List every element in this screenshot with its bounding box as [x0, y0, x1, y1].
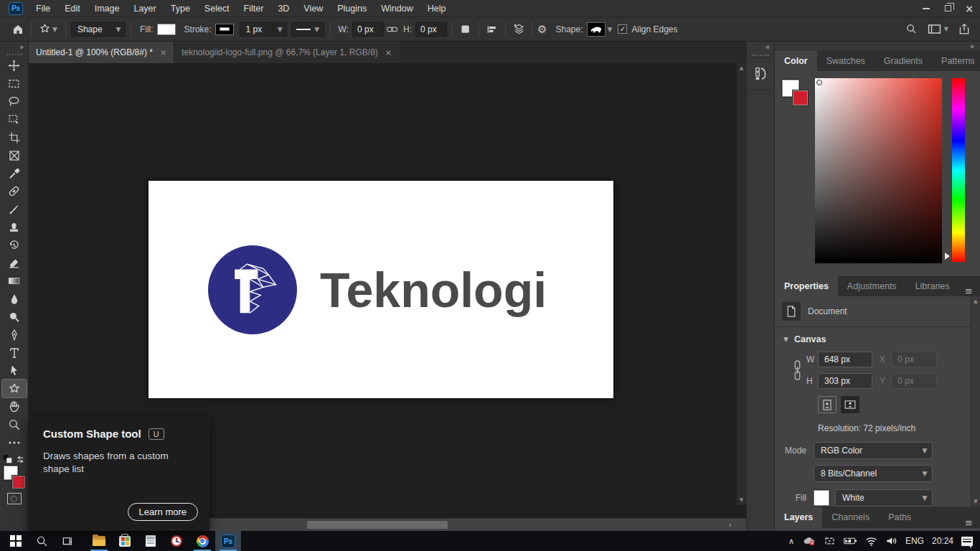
panel-menu-icon[interactable]: ≡	[965, 517, 980, 528]
chevron-down-icon[interactable]: ▼	[52, 26, 57, 33]
photoshop-taskbar-button[interactable]: Ps	[215, 531, 241, 551]
close-button[interactable]: ×	[958, 0, 980, 17]
canvas-section-header[interactable]: ▼ Canvas	[775, 327, 980, 349]
hue-slider[interactable]	[952, 78, 965, 262]
wifi-status-icon[interactable]	[865, 537, 877, 546]
menu-edit[interactable]: Edit	[57, 0, 88, 17]
dock-collapse-icon[interactable]: »	[775, 42, 980, 51]
media-player-button[interactable]	[164, 531, 189, 551]
tab-channels[interactable]: Channels	[822, 507, 879, 528]
scroll-up-icon[interactable]: ▲	[740, 65, 743, 71]
search-icon[interactable]	[905, 23, 918, 35]
foreground-background-colors[interactable]	[4, 466, 25, 489]
tab-libraries[interactable]: Libraries	[906, 276, 959, 296]
type-tool[interactable]	[2, 344, 27, 362]
dodge-tool[interactable]	[2, 308, 27, 326]
color-panel-swatches[interactable]	[782, 80, 808, 105]
path-arrangement-icon[interactable]	[511, 22, 527, 37]
menu-view[interactable]: View	[296, 0, 330, 17]
tool-preset-icon[interactable]	[37, 22, 52, 37]
onedrive-status-icon[interactable]	[802, 536, 816, 546]
canvas-height-input[interactable]: 303 px	[818, 373, 872, 389]
tab-adjustments[interactable]: Adjustments	[838, 276, 906, 296]
frame-tool[interactable]	[2, 146, 27, 164]
path-alignment-icon[interactable]	[484, 22, 500, 37]
brush-tool[interactable]	[2, 200, 27, 218]
history-panel-button[interactable]	[747, 57, 776, 90]
scroll-up-icon[interactable]: ▲	[974, 298, 977, 304]
background-color-swatch[interactable]	[12, 476, 25, 489]
height-input[interactable]: 0 px	[415, 22, 447, 37]
stroke-style-select[interactable]: ▼	[291, 22, 324, 37]
tray-expand-icon[interactable]: ∧	[788, 537, 794, 546]
width-input[interactable]: 0 px	[352, 22, 384, 37]
blur-tool[interactable]	[2, 290, 27, 308]
rectangular-marquee-tool[interactable]	[2, 75, 27, 93]
chevron-down-icon[interactable]: ▼	[608, 26, 613, 33]
crop-tool[interactable]	[2, 128, 27, 146]
quick-mask-button[interactable]	[7, 493, 22, 504]
hand-tool[interactable]	[2, 397, 27, 415]
start-button[interactable]	[3, 531, 29, 551]
share-icon[interactable]	[958, 23, 970, 35]
menu-type[interactable]: Type	[164, 0, 197, 17]
hue-slider-arrow[interactable]	[945, 253, 950, 260]
eyedropper-tool[interactable]	[2, 164, 27, 182]
menu-plugins[interactable]: Plugins	[330, 0, 374, 17]
notepad-button[interactable]	[138, 531, 164, 551]
canvas-width-input[interactable]: 648 px	[818, 352, 872, 367]
vertical-scrollbar[interactable]: ▲ ▼	[736, 63, 746, 505]
menu-3d[interactable]: 3D	[270, 0, 296, 17]
fill-swatch[interactable]	[157, 24, 176, 35]
gear-icon[interactable]: ⚙	[537, 23, 547, 36]
gradient-tool[interactable]	[2, 272, 27, 290]
restore-button[interactable]	[937, 0, 958, 17]
document-canvas[interactable]: Teknologi	[149, 181, 613, 398]
canvas-fill-swatch[interactable]	[814, 490, 829, 506]
panel-expand-icon[interactable]: «	[747, 42, 774, 52]
menu-file[interactable]: File	[29, 0, 57, 17]
pen-tool[interactable]	[2, 326, 27, 344]
properties-scrollbar[interactable]: ▲ ▼	[971, 296, 980, 507]
stroke-swatch[interactable]	[215, 24, 234, 35]
close-tab-icon[interactable]: ×	[385, 48, 392, 57]
tab-paths[interactable]: Paths	[879, 507, 920, 528]
default-colors-control[interactable]	[3, 454, 25, 464]
tab-properties[interactable]: Properties	[775, 276, 838, 296]
chevron-down-icon[interactable]: ▼	[944, 26, 948, 32]
task-view-button[interactable]	[55, 531, 80, 551]
menu-filter[interactable]: Filter	[237, 0, 271, 17]
volume-status-icon[interactable]	[885, 536, 897, 546]
learn-more-button[interactable]: Learn more	[128, 503, 198, 521]
document-tab-untitled[interactable]: Untitled-1 @ 100% (RGB/8#) * ×	[29, 42, 174, 63]
clock[interactable]: 20:24	[932, 536, 953, 546]
constrain-proportions-icon[interactable]	[788, 359, 806, 381]
minimize-button[interactable]	[915, 0, 937, 17]
history-brush-tool[interactable]	[2, 236, 27, 254]
action-center-icon[interactable]	[961, 537, 973, 546]
path-operations-icon[interactable]	[458, 22, 473, 37]
tab-color[interactable]: Color	[775, 51, 817, 71]
menu-layer[interactable]: Layer	[126, 0, 163, 17]
shape-preset-thumbnail[interactable]	[587, 22, 606, 37]
align-edges-checkbox[interactable]: ✓	[618, 24, 627, 34]
clone-stamp-tool[interactable]	[2, 218, 27, 236]
lasso-tool[interactable]	[2, 93, 27, 110]
battery-status-icon[interactable]	[844, 537, 857, 545]
tab-patterns[interactable]: Patterns	[932, 51, 980, 71]
canvas-fill-select[interactable]: White ▼	[835, 489, 933, 507]
tab-gradients[interactable]: Gradients	[875, 51, 932, 71]
document-tab-logo-png[interactable]: teknologiid-logo-full.png @ 66,7% (Layer…	[174, 42, 399, 63]
orientation-landscape-button[interactable]	[841, 396, 859, 413]
zoom-tool[interactable]	[2, 415, 27, 433]
color-field-marker[interactable]	[816, 80, 822, 85]
home-icon[interactable]	[10, 22, 26, 37]
orientation-portrait-button[interactable]	[818, 396, 837, 413]
file-explorer-button[interactable]	[86, 531, 112, 551]
menu-select[interactable]: Select	[197, 0, 237, 17]
bit-depth-select[interactable]: 8 Bits/Channel ▼	[814, 465, 933, 482]
color-mode-select[interactable]: RGB Color ▼	[814, 442, 933, 459]
object-selection-tool[interactable]	[2, 110, 27, 128]
tab-swatches[interactable]: Swatches	[817, 51, 875, 71]
taskbar-search-button[interactable]	[29, 531, 55, 551]
